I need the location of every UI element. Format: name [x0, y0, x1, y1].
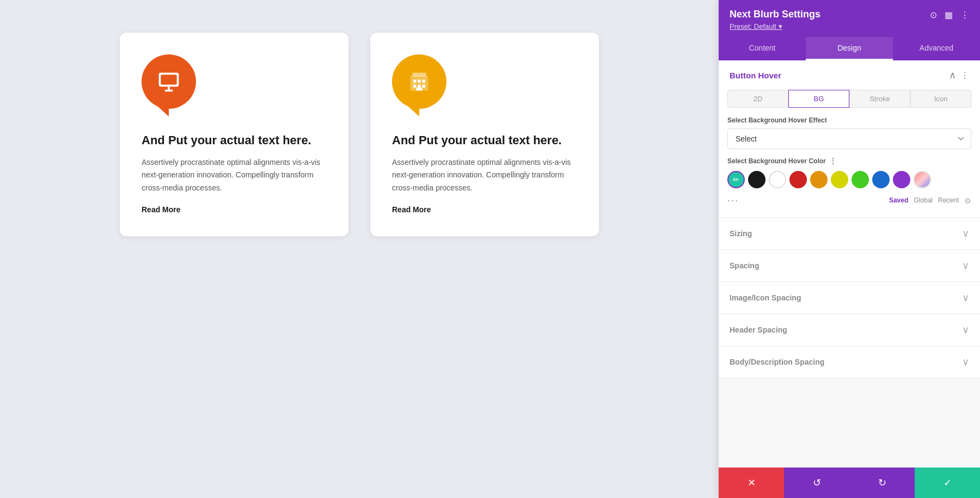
header-spacing-section: Header Spacing ∨ [719, 314, 980, 346]
blurb-body-2: Assertively procrastinate optimal alignm… [392, 156, 577, 195]
sizing-chevron-icon: ∨ [962, 228, 969, 239]
svg-rect-4 [413, 79, 416, 83]
image-icon-spacing-chevron-icon: ∨ [962, 292, 969, 304]
bg-effect-select[interactable]: Select [727, 128, 971, 149]
sub-tab-2d[interactable]: 2D [727, 90, 788, 108]
blurb-heading-2: And Put your actual text here. [392, 133, 577, 149]
image-icon-spacing-header[interactable]: Image/Icon Spacing ∨ [719, 282, 980, 313]
target-icon-btn[interactable]: ⊙ [930, 10, 937, 20]
svg-rect-8 [418, 85, 421, 88]
color-row-bottom: ··· Saved Global Recent ⚙ [727, 193, 971, 208]
color-swatch-yellow[interactable] [831, 171, 848, 188]
image-icon-spacing-section: Image/Icon Spacing ∨ [719, 282, 980, 314]
color-more-icon[interactable]: ⋮ [829, 157, 837, 165]
blurb-heading-1: And Put your actual text here. [142, 133, 327, 149]
section-title-button-hover: Button Hover [730, 71, 781, 80]
color-tab-settings-icon[interactable]: ⚙ [964, 196, 971, 205]
chevron-up-icon[interactable]: ∧ [949, 69, 956, 81]
blurb-icon-circle-2 [392, 54, 446, 109]
color-tab-global[interactable]: Global [914, 196, 933, 205]
panel-body: Button Hover ∧ ⋮ 2D BG Stroke Icon Selec… [719, 60, 980, 468]
more-icon-btn[interactable]: ⋮ [960, 10, 969, 20]
color-swatch-black[interactable] [748, 171, 765, 188]
image-icon-spacing-title: Image/Icon Spacing [730, 293, 801, 302]
svg-rect-7 [413, 85, 416, 88]
blurb-body-1: Assertively procrastinate optimal alignm… [142, 156, 327, 195]
blurb-icon-wrap-2 [392, 54, 452, 120]
color-swatch-teal[interactable] [872, 171, 890, 188]
sizing-header[interactable]: Sizing ∨ [719, 218, 980, 249]
panel-icon-group: ⊙ ▦ ⋮ [930, 9, 969, 20]
color-swatch-gradient[interactable] [914, 171, 931, 188]
sizing-title: Sizing [730, 229, 752, 238]
blurb-readmore-1[interactable]: Read More [142, 205, 181, 214]
dots-button[interactable]: ··· [727, 195, 739, 206]
section-more-icon[interactable]: ⋮ [960, 70, 969, 81]
blurb-card-1: And Put your actual text here. Assertive… [120, 33, 348, 236]
panel-preset[interactable]: Preset: Default ▾ [730, 22, 930, 30]
color-swatches: ✏ [727, 171, 971, 188]
section-actions-button-hover: ∧ ⋮ [949, 69, 969, 81]
spacing-section: Spacing ∨ [719, 250, 980, 282]
body-description-spacing-section: Body/Description Spacing ∨ [719, 346, 980, 378]
header-spacing-chevron-icon: ∨ [962, 324, 969, 336]
color-swatch-pencil[interactable]: ✏ [727, 171, 745, 188]
panel-header: Next Blurb Settings Preset: Default ▾ ⊙ … [719, 0, 980, 37]
save-button[interactable]: ✓ [915, 468, 980, 498]
sub-tab-icon[interactable]: Icon [910, 90, 971, 108]
svg-rect-9 [422, 85, 426, 88]
panel-tabs: Content Design Advanced [719, 37, 980, 60]
tab-content[interactable]: Content [719, 37, 806, 60]
redo-button[interactable]: ↻ [849, 468, 915, 498]
blurb-icon-circle-1 [142, 54, 196, 109]
tab-design[interactable]: Design [806, 37, 893, 60]
bg-section: Select Background Hover Effect Select Se… [719, 116, 980, 217]
section-header-button-hover: Button Hover ∧ ⋮ [719, 60, 980, 90]
sub-tab-bg[interactable]: BG [788, 90, 849, 108]
sizing-section: Sizing ∨ [719, 218, 980, 250]
color-swatch-orange[interactable] [810, 171, 828, 188]
spacing-title: Spacing [730, 261, 759, 270]
bottom-bar: ✕ ↺ ↻ ✓ [719, 468, 980, 498]
spacing-header[interactable]: Spacing ∨ [719, 250, 980, 281]
settings-panel: Next Blurb Settings Preset: Default ▾ ⊙ … [719, 0, 980, 498]
svg-rect-6 [422, 79, 426, 83]
canvas-area: And Put your actual text here. Assertive… [0, 0, 719, 498]
panel-title: Next Blurb Settings [730, 9, 930, 20]
bg-effect-label: Select Background Hover Effect [727, 116, 971, 124]
undo-button[interactable]: ↺ [784, 468, 849, 498]
color-swatch-purple[interactable] [893, 171, 910, 188]
color-swatch-white[interactable] [769, 171, 786, 188]
blurb-readmore-2[interactable]: Read More [392, 205, 431, 214]
tab-advanced[interactable]: Advanced [893, 37, 980, 60]
monitor-icon [157, 70, 181, 94]
color-tabs: Saved Global Recent ⚙ [889, 196, 971, 205]
panel-title-group: Next Blurb Settings Preset: Default ▾ [730, 9, 930, 30]
cancel-button[interactable]: ✕ [719, 468, 784, 498]
header-spacing-title: Header Spacing [730, 325, 787, 334]
blurb-card-2: And Put your actual text here. Assertive… [370, 33, 599, 236]
blurb-icon-wrap-1 [142, 54, 201, 120]
spacing-chevron-icon: ∨ [962, 260, 969, 272]
svg-rect-10 [416, 88, 422, 91]
svg-rect-1 [161, 75, 176, 84]
building-icon [407, 70, 431, 94]
svg-rect-5 [418, 79, 421, 83]
body-description-spacing-chevron-icon: ∨ [962, 356, 969, 368]
color-swatch-green[interactable] [852, 171, 869, 188]
header-spacing-header[interactable]: Header Spacing ∨ [719, 314, 980, 346]
sub-tab-stroke[interactable]: Stroke [849, 90, 910, 108]
button-hover-section: Button Hover ∧ ⋮ 2D BG Stroke Icon Selec… [719, 60, 980, 218]
body-description-spacing-title: Body/Description Spacing [730, 358, 824, 366]
color-tab-recent[interactable]: Recent [938, 196, 959, 205]
grid-icon-btn[interactable]: ▦ [945, 10, 953, 20]
sub-tabs-button-hover: 2D BG Stroke Icon [719, 90, 980, 116]
color-swatch-red[interactable] [789, 171, 807, 188]
svg-rect-11 [412, 73, 426, 77]
body-description-spacing-header[interactable]: Body/Description Spacing ∨ [719, 346, 980, 378]
color-tab-saved[interactable]: Saved [889, 196, 908, 205]
bg-color-label: Select Background Hover Color ⋮ [727, 157, 971, 165]
panel-header-row: Next Blurb Settings Preset: Default ▾ ⊙ … [730, 9, 969, 30]
